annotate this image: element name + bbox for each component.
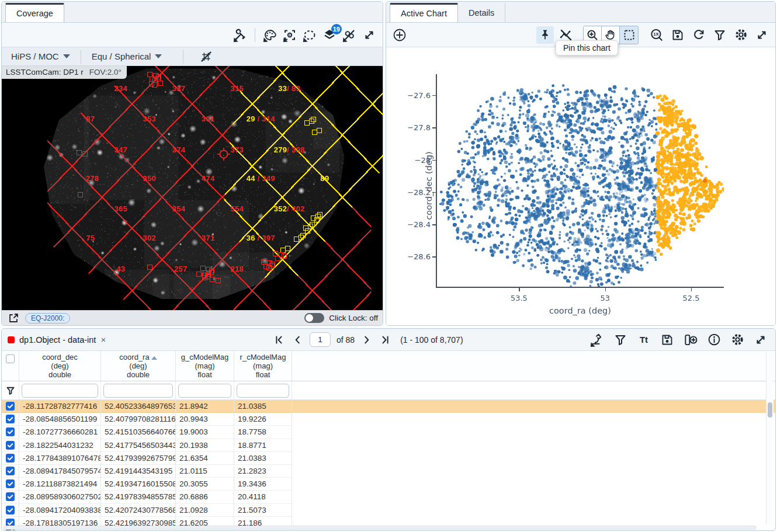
table-header-row: coord_dec(deg)doublecoord_ra(deg)doubleg… <box>2 351 775 381</box>
save-chart-icon[interactable] <box>669 26 686 44</box>
column-header-coord_ra[interactable]: coord_ra(deg)double <box>101 351 176 381</box>
table-row[interactable]: -28.182254403123252.41775456503443620.19… <box>2 439 775 452</box>
grid-off-icon[interactable] <box>197 48 215 65</box>
add-chart-icon[interactable] <box>391 26 408 44</box>
select-all-checkbox[interactable] <box>6 354 15 363</box>
table-row[interactable]: -28.17784389107647852.41793992675799521.… <box>2 452 775 465</box>
page-input[interactable] <box>310 332 331 347</box>
zoom-original-icon[interactable]: 1X <box>648 26 665 44</box>
chart-plot-area[interactable]: 53.55352.5 −27.6−27.8−28−28.2−28.4−28.6 … <box>436 74 724 287</box>
table-row[interactable]: -28.08958930602750252.4197839485578520.6… <box>2 491 775 503</box>
x-axis-title: coord_ra (deg) <box>549 306 611 315</box>
row-checkbox[interactable] <box>6 467 15 475</box>
open-in-new-icon[interactable] <box>6 312 20 325</box>
detection-square <box>147 265 152 270</box>
table-row[interactable]: -28.08941784507957452.419144354319521.01… <box>2 465 775 478</box>
projection-dropdown[interactable]: Equ / Spherical <box>88 51 166 61</box>
detection-square <box>317 128 322 133</box>
row-checkbox[interactable] <box>6 415 15 423</box>
table-row[interactable]: -28.0854885650119952.40799708281116420.9… <box>2 413 775 426</box>
click-lock-toggle[interactable] <box>304 313 324 323</box>
hips-moc-label: HiPS / MOC <box>11 51 59 61</box>
table-filter-icon[interactable] <box>612 331 629 349</box>
y-axis-line <box>436 74 437 287</box>
row-checkbox[interactable] <box>6 402 15 411</box>
table-info-icon[interactable] <box>705 331 723 349</box>
last-page-icon[interactable] <box>379 331 392 349</box>
tab-active-chart[interactable]: Active Chart <box>390 3 458 22</box>
ellipse-region-icon[interactable] <box>301 26 318 44</box>
detection-square <box>152 82 157 88</box>
detection-square <box>158 81 163 86</box>
coord-readout: EQ-J2000: <box>25 313 70 324</box>
row-checkbox[interactable] <box>6 427 15 436</box>
detection-markers <box>2 66 383 311</box>
table-row[interactable] <box>2 530 775 531</box>
table-hscrollbar[interactable] <box>3 526 757 530</box>
add-column-icon[interactable] <box>682 331 699 349</box>
image-title: LSSTComCam: DP1 r <box>6 68 84 77</box>
prev-page-icon[interactable] <box>291 331 304 349</box>
column-header-g_cModelMag[interactable]: g_cModelMag(mag)float <box>176 351 234 381</box>
fov-label: FOV:2.0° <box>89 68 122 77</box>
detection-square <box>310 222 315 227</box>
filter-input-coord_dec[interactable] <box>22 384 98 398</box>
row-checkbox[interactable] <box>6 454 15 463</box>
chart-expand-icon[interactable] <box>753 26 771 44</box>
tools-icon[interactable] <box>231 26 249 44</box>
page-of-label: of 88 <box>337 335 355 345</box>
row-checkbox[interactable] <box>6 441 15 450</box>
y-axis-title: coord_dec (deg) <box>424 151 433 220</box>
table-expand-icon[interactable] <box>752 331 769 349</box>
projection-label: Equ / Spherical <box>92 51 151 61</box>
table-color-swatch[interactable] <box>8 336 15 343</box>
text-view-icon[interactable]: Tt <box>635 331 653 349</box>
filter-chart-icon[interactable] <box>711 26 729 44</box>
box-select-icon[interactable] <box>620 26 638 44</box>
table-settings-gear-icon[interactable] <box>729 331 746 349</box>
pin-chart-icon[interactable] <box>536 26 554 44</box>
table-close-icon[interactable]: × <box>100 335 106 345</box>
pin-tooltip: Pin this chart <box>556 40 618 55</box>
table-row[interactable]: -28.1072773666028152.4151035664076619.90… <box>2 426 775 439</box>
image-label: LSSTComCam: DP1 r FOV:2.0° <box>2 66 127 79</box>
tab-active-chart-label: Active Chart <box>401 9 447 18</box>
x-axis-line <box>436 287 724 288</box>
chart-settings-gear-icon[interactable] <box>732 26 750 44</box>
tab-coverage[interactable]: Coverage <box>5 3 64 22</box>
table-row[interactable]: -28.08941720409383852.4207243077856821.0… <box>2 504 775 517</box>
table-vscrollbar[interactable] <box>766 352 773 524</box>
column-header-r_cModelMag[interactable]: r_cModelMag(mag)float <box>234 351 292 381</box>
sky-view[interactable]: 23433731533/ 838735330129 / 314347374373… <box>2 66 383 311</box>
unselect-off-icon[interactable] <box>341 26 358 44</box>
analyze-dropdown-icon[interactable] <box>588 331 606 349</box>
detection-square <box>305 228 310 234</box>
row-checkbox[interactable] <box>6 492 15 501</box>
filter-input-coord_ra[interactable] <box>103 384 173 398</box>
expand-panel-icon[interactable] <box>360 26 378 44</box>
row-checkbox[interactable] <box>6 506 15 514</box>
row-range-label: (1 - 100 of 8,707) <box>400 335 463 345</box>
svg-text:Tt: Tt <box>640 335 648 345</box>
row-checkbox[interactable] <box>6 530 15 531</box>
filter-row-icon <box>5 385 16 396</box>
hips-moc-dropdown[interactable]: HiPS / MOC <box>8 51 74 61</box>
first-page-icon[interactable] <box>272 331 285 349</box>
restore-chart-icon[interactable] <box>690 26 707 44</box>
color-palette-icon[interactable] <box>261 26 279 44</box>
click-lock-label: Click Lock: off <box>329 314 378 322</box>
tab-details[interactable]: Details <box>458 3 505 22</box>
table-save-icon[interactable] <box>658 331 676 349</box>
filter-input-g_cModelMag[interactable] <box>178 384 231 398</box>
filter-input-r_cModelMag[interactable] <box>237 384 289 398</box>
table-row[interactable]: -28.1211887382149452.4193471601550820.30… <box>2 478 775 491</box>
table-row[interactable]: -28.1172878277741652.4052336489765321.89… <box>2 400 775 413</box>
table-toolbar-icons: Tt <box>588 331 769 349</box>
recenter-icon[interactable] <box>281 26 299 44</box>
target-crosshair <box>216 147 231 164</box>
row-checkbox[interactable] <box>6 479 15 488</box>
detection-square <box>300 233 306 238</box>
next-page-icon[interactable] <box>360 331 373 349</box>
layers-icon[interactable]: 19 <box>321 26 338 44</box>
column-header-coord_dec[interactable]: coord_dec(deg)double <box>19 351 101 381</box>
